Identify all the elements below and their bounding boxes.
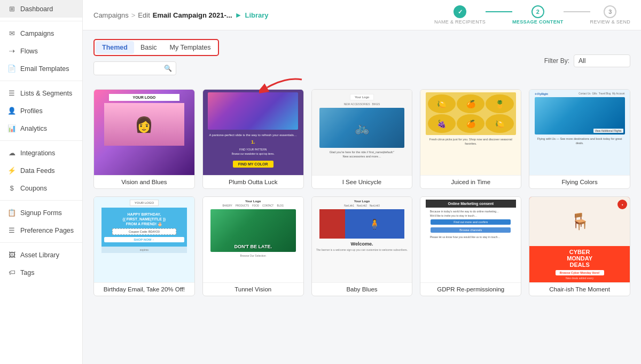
template-card-baby[interactable]: Your Logo NavLink1NavLink2NavLink3 🧍 Wel… xyxy=(311,196,413,296)
lists-icon: ☰ xyxy=(7,89,16,97)
template-name-flying: Flying Colors xyxy=(529,175,630,188)
breadcrumb-library[interactable]: Library xyxy=(245,11,268,19)
top-header: Campaigns > Edit Email Campaign 2021-...… xyxy=(83,0,641,30)
search-wrap: 🔍 xyxy=(93,61,176,75)
sidebar-item-analytics[interactable]: 📊 Analytics xyxy=(0,120,82,137)
preference-pages-icon: ☰ xyxy=(7,226,16,234)
template-name-chair: Chair-ish The Moment xyxy=(529,282,630,296)
template-card-tunnel[interactable]: Your Logo BAKERYPRODUCTSFOODCONTACTBLOG … xyxy=(202,196,304,296)
template-card-flying[interactable]: ✈ FlyRight Contact UsGiftsTravel BlogMy … xyxy=(529,89,630,189)
template-thumb-flying: ✈ FlyRight Contact UsGiftsTravel BlogMy … xyxy=(529,90,630,175)
analytics-icon: 📊 xyxy=(7,124,16,132)
template-card-vision[interactable]: YOUR LOGO 👩 Vision and Blues xyxy=(93,89,195,189)
template-name-unicycle: I See Unicycle xyxy=(312,175,412,188)
template-name-juiced: Juiced in Time xyxy=(420,175,521,188)
tab-my-templates[interactable]: My Templates xyxy=(163,41,217,54)
tabs-container: Themed Basic My Templates xyxy=(93,39,219,56)
template-card-gdpr[interactable]: Online Marketing consent Because in toda… xyxy=(420,196,521,296)
template-name-gdpr: GDPR Re-permissioning xyxy=(420,282,521,296)
sidebar: ⊞ Dashboard ✉ Campaigns ⇢ Flows 📄 Email … xyxy=(0,0,83,364)
email-templates-icon: 📄 xyxy=(7,65,16,73)
step-line-1 xyxy=(486,11,512,12)
step-3: 3 REVIEW & SEND xyxy=(590,5,630,25)
sidebar-divider-3 xyxy=(0,140,82,141)
sidebar-item-email-templates[interactable]: 📄 Email Templates xyxy=(0,60,82,77)
template-thumb-tunnel: Your Logo BAKERYPRODUCTSFOODCONTACTBLOG … xyxy=(203,197,303,282)
template-thumb-birthday: YOUR LOGO HAPPY BIRTHDAY,{{ FIRST_NAME|T… xyxy=(94,197,194,282)
sidebar-item-dashboard[interactable]: ⊞ Dashboard xyxy=(0,0,82,18)
template-thumb-unicycle: Your Logo NEW ACCESSORIESBIKES 🚲 Glad yo… xyxy=(312,90,412,175)
breadcrumb-sep2: ► xyxy=(235,11,243,19)
sidebar-item-coupons[interactable]: $ Coupons xyxy=(0,179,82,197)
template-thumb-baby: Your Logo NavLink1NavLink2NavLink3 🧍 Wel… xyxy=(312,197,412,282)
sidebar-item-profiles[interactable]: 👤 Profiles xyxy=(0,102,82,120)
breadcrumb-edit: Edit xyxy=(138,11,150,19)
template-thumb-gdpr: Online Marketing consent Because in toda… xyxy=(420,197,521,282)
template-name-vision: Vision and Blues xyxy=(94,175,194,188)
breadcrumb: Campaigns > Edit Email Campaign 2021-...… xyxy=(93,11,269,19)
integrations-icon: ☁ xyxy=(7,149,16,157)
main-content: Campaigns > Edit Email Campaign 2021-...… xyxy=(83,0,641,364)
template-card-unicycle[interactable]: Your Logo NEW ACCESSORIESBIKES 🚲 Glad yo… xyxy=(311,89,413,189)
template-grid-row1: YOUR LOGO 👩 Vision and Blues A pantone-p… xyxy=(93,89,630,189)
content-area: Themed Basic My Templates 🔍 Filter By: A… xyxy=(83,30,641,364)
template-name-plumb: Plumb Outta Luck xyxy=(203,175,303,188)
sidebar-item-flows[interactable]: ⇢ Flows xyxy=(0,42,82,60)
sidebar-item-campaigns[interactable]: ✉ Campaigns xyxy=(0,25,82,42)
campaigns-icon: ✉ xyxy=(7,29,16,37)
tabs-row: Themed Basic My Templates 🔍 Filter By: A… xyxy=(93,39,630,83)
asset-library-icon: 🖼 xyxy=(7,251,16,259)
tab-themed[interactable]: Themed xyxy=(96,41,134,54)
data-feeds-icon: ⚡ xyxy=(7,167,16,175)
template-name-baby: Baby Blues xyxy=(312,282,412,296)
template-thumb-plumb: A pantone-perfect slide is the way to re… xyxy=(203,90,303,175)
sidebar-item-tags[interactable]: 🏷 Tags xyxy=(0,264,82,281)
sidebar-item-signup-forms[interactable]: 📋 Signup Forms xyxy=(0,204,82,221)
sidebar-divider-4 xyxy=(0,200,82,201)
template-thumb-juiced: 🍋 🍊 🍍 🍇 🍊 🍋 Fresh citrus picks just for … xyxy=(420,90,521,175)
tags-icon: 🏷 xyxy=(7,268,16,276)
sidebar-divider-1 xyxy=(0,21,82,21)
flows-icon: ⇢ xyxy=(7,47,16,55)
template-card-plumb[interactable]: A pantone-perfect slide is the way to re… xyxy=(202,89,304,189)
step-2: 2 MESSAGE CONTENT xyxy=(512,5,564,25)
sidebar-item-asset-library[interactable]: 🖼 Asset Library xyxy=(0,246,82,264)
sidebar-item-integrations[interactable]: ☁ Integrations xyxy=(0,144,82,162)
step-2-label: MESSAGE CONTENT xyxy=(512,19,564,25)
template-card-juiced[interactable]: 🍋 🍊 🍍 🍇 🍊 🍋 Fresh citrus picks just for … xyxy=(420,89,521,189)
template-card-chair[interactable]: 🪑 ● CYBERMONDAYDEALS Browse Cyber Monday… xyxy=(529,196,630,296)
template-grid-row2: YOUR LOGO HAPPY BIRTHDAY,{{ FIRST_NAME|T… xyxy=(93,196,630,296)
template-name-birthday: Birthday Email, Take 20% Off! xyxy=(94,282,194,296)
sidebar-divider-5 xyxy=(0,242,82,243)
breadcrumb-sep1: > xyxy=(131,11,136,19)
step-1-label: NAME & RECIPIENTS xyxy=(434,19,486,25)
sidebar-item-lists[interactable]: ☰ Lists & Segments xyxy=(0,84,82,102)
breadcrumb-campaign-name: Email Campaign 2021-... xyxy=(153,11,232,19)
sidebar-item-data-feeds[interactable]: ⚡ Data Feeds xyxy=(0,162,82,179)
search-icon: 🔍 xyxy=(164,65,172,72)
filter-select[interactable]: All Seasonal Promotional Transactional xyxy=(574,54,630,67)
template-thumb-vision: YOUR LOGO 👩 xyxy=(94,90,194,175)
stepper: ✓ NAME & RECIPIENTS 2 MESSAGE CONTENT 3 … xyxy=(434,5,630,25)
step-3-circle: 3 xyxy=(604,5,616,18)
signup-forms-icon: 📋 xyxy=(7,209,16,217)
tab-basic[interactable]: Basic xyxy=(134,41,163,54)
filter-label: Filter By: xyxy=(544,57,569,65)
step-line-2 xyxy=(564,11,590,12)
step-1: ✓ NAME & RECIPIENTS xyxy=(434,5,486,25)
sidebar-item-preference-pages[interactable]: ☰ Preference Pages xyxy=(0,221,82,239)
dashboard-icon: ⊞ xyxy=(7,5,16,13)
step-1-circle: ✓ xyxy=(454,5,466,18)
sidebar-divider-2 xyxy=(0,81,82,81)
step-2-circle: 2 xyxy=(531,5,544,18)
breadcrumb-campaigns[interactable]: Campaigns xyxy=(93,11,129,19)
filter-row: Filter By: All Seasonal Promotional Tran… xyxy=(544,54,630,67)
template-card-birthday[interactable]: YOUR LOGO HAPPY BIRTHDAY,{{ FIRST_NAME|T… xyxy=(93,196,195,296)
step-3-label: REVIEW & SEND xyxy=(590,19,630,25)
template-thumb-chair: 🪑 ● CYBERMONDAYDEALS Browse Cyber Monday… xyxy=(529,197,630,282)
profiles-icon: 👤 xyxy=(7,107,16,115)
coupons-icon: $ xyxy=(7,184,16,192)
template-name-tunnel: Tunnel Vision xyxy=(203,282,303,296)
